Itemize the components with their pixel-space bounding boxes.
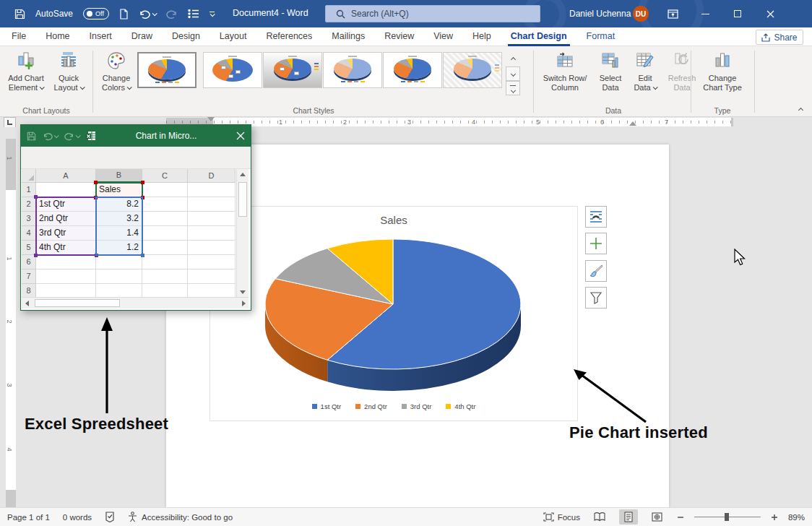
column-header-d[interactable]: D: [188, 169, 236, 183]
chart-style-4-thumbnail[interactable]: [323, 52, 382, 88]
tab-design[interactable]: Design: [172, 27, 200, 46]
cell-D1[interactable]: [188, 183, 236, 197]
cell-A8[interactable]: [36, 284, 96, 297]
gallery-more-button[interactable]: [506, 81, 520, 95]
tab-home[interactable]: Home: [46, 27, 69, 46]
chart-object[interactable]: Sales 1st Qtr 2nd Qtr 3rd Qtr 4th Qtr: [210, 206, 578, 421]
chart-style-1-thumbnail[interactable]: [137, 52, 196, 88]
chart-style-2-thumbnail[interactable]: [203, 52, 262, 88]
tab-help[interactable]: Help: [472, 27, 491, 46]
cell-D6[interactable]: [188, 255, 236, 270]
accessibility-status[interactable]: Accessibility: Good to go: [128, 512, 233, 522]
zoom-slider[interactable]: [694, 517, 761, 517]
tab-format[interactable]: Format: [587, 27, 616, 46]
cell-B2[interactable]: 8.2: [96, 197, 142, 212]
new-document-icon[interactable]: [119, 9, 129, 20]
scrollbar-thumb[interactable]: [35, 299, 120, 307]
column-header-a[interactable]: A: [36, 169, 96, 183]
avatar[interactable]: DU: [633, 6, 649, 22]
cell-B6[interactable]: [96, 255, 142, 270]
cell-D8[interactable]: [188, 284, 236, 297]
right-indent-marker[interactable]: [629, 121, 636, 126]
cell-B4[interactable]: 1.4: [96, 226, 142, 241]
chart-style-3-thumbnail[interactable]: [263, 52, 322, 88]
excel-close-icon[interactable]: [236, 132, 245, 140]
column-header-b[interactable]: B: [96, 169, 142, 183]
row-header[interactable]: 4: [22, 226, 36, 241]
chart-elements-button[interactable]: [585, 233, 607, 254]
excel-data-window[interactable]: Chart in Micro... A B C D 1 Sales 2 1st …: [20, 124, 251, 311]
cell-D4[interactable]: [188, 226, 236, 241]
zoom-out-button[interactable]: [677, 514, 684, 521]
tab-view[interactable]: View: [433, 27, 453, 46]
chart-filters-button[interactable]: [585, 287, 607, 309]
tab-draw[interactable]: Draw: [131, 27, 152, 46]
zoom-in-button[interactable]: [771, 514, 778, 521]
customize-qat-button[interactable]: [210, 12, 215, 17]
tab-file[interactable]: File: [12, 27, 26, 46]
cell-C2[interactable]: [142, 197, 188, 212]
page-indicator[interactable]: Page 1 of 1: [7, 513, 50, 522]
autosave-toggle[interactable]: Off: [83, 8, 109, 20]
user-name[interactable]: Daniel Uchenna: [569, 9, 631, 19]
excel-vertical-scrollbar[interactable]: [236, 169, 249, 297]
zoom-percentage[interactable]: 89%: [788, 513, 805, 522]
cell-A4[interactable]: 3rd Qtr: [36, 226, 96, 241]
tab-mailings[interactable]: Mailings: [332, 27, 365, 46]
tab-chart-design[interactable]: Chart Design: [511, 27, 567, 46]
switch-row-column-button[interactable]: Switch Row/ Column: [537, 49, 592, 105]
zoom-slider-thumb[interactable]: [725, 513, 729, 521]
save-icon[interactable]: [14, 9, 25, 20]
focus-mode-button[interactable]: Focus: [543, 512, 580, 522]
cell-C5[interactable]: [142, 241, 188, 255]
share-button[interactable]: Share: [756, 30, 803, 45]
cell-C7[interactable]: [142, 270, 188, 284]
quick-layout-button[interactable]: Quick Layout: [49, 49, 88, 105]
row-header[interactable]: 8: [22, 284, 36, 297]
print-layout-button[interactable]: [619, 509, 638, 525]
first-line-indent-marker[interactable]: [207, 117, 215, 121]
select-data-button[interactable]: Select Data: [594, 49, 627, 105]
row-header[interactable]: 6: [22, 255, 36, 270]
cell-D7[interactable]: [188, 270, 236, 284]
layout-options-button[interactable]: [585, 206, 607, 228]
chart-style-6-thumbnail[interactable]: [443, 52, 502, 88]
cell-A7[interactable]: [36, 270, 96, 284]
row-header[interactable]: 1: [22, 183, 36, 197]
cell-C8[interactable]: [142, 284, 188, 297]
change-colors-button[interactable]: Change Colors: [97, 49, 136, 105]
word-count[interactable]: 0 words: [63, 513, 92, 522]
cell-D3[interactable]: [188, 212, 236, 226]
cell-A5[interactable]: 4th Qtr: [36, 241, 96, 255]
cell-B1[interactable]: Sales: [96, 183, 142, 197]
cell-C1[interactable]: [142, 183, 188, 197]
cell-D2[interactable]: [188, 197, 236, 212]
column-header-c[interactable]: C: [142, 169, 188, 183]
tab-references[interactable]: References: [266, 27, 312, 46]
undo-button[interactable]: [139, 9, 156, 20]
cell-B7[interactable]: [96, 270, 142, 284]
gallery-scroll-up-button[interactable]: [506, 52, 520, 66]
row-header[interactable]: 5: [22, 241, 36, 255]
cell-C3[interactable]: [142, 212, 188, 226]
cell-A3[interactable]: 2nd Qtr: [36, 212, 96, 226]
row-header[interactable]: 2: [22, 197, 36, 212]
change-chart-type-button[interactable]: Change Chart Type: [695, 49, 750, 105]
collapse-ribbon-icon[interactable]: [798, 108, 803, 113]
close-button[interactable]: [755, 0, 785, 27]
proofing-icon[interactable]: [105, 512, 115, 522]
cell-D5[interactable]: [188, 241, 236, 255]
cell-A1[interactable]: [36, 183, 96, 197]
add-chart-element-button[interactable]: Add Chart Element: [4, 49, 48, 105]
row-header[interactable]: 3: [22, 212, 36, 226]
tab-layout[interactable]: Layout: [220, 27, 247, 46]
excel-grid[interactable]: 1 Sales 2 1st Qtr 8.2 3 2nd Qtr 3.2 4 3r…: [22, 183, 236, 297]
cell-C4[interactable]: [142, 226, 188, 241]
read-mode-button[interactable]: [590, 509, 609, 525]
tab-stop-selector[interactable]: [4, 117, 16, 128]
cell-B3[interactable]: 3.2: [96, 212, 142, 226]
cell-C6[interactable]: [142, 255, 188, 270]
chart-styles-button[interactable]: [585, 260, 607, 282]
tab-insert[interactable]: Insert: [90, 27, 112, 46]
ribbon-display-options-button[interactable]: [657, 0, 688, 27]
